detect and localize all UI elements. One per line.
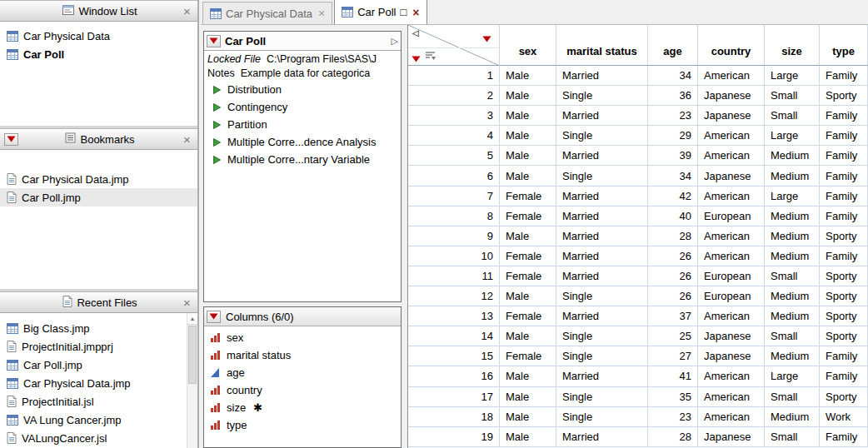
data-cell[interactable]: 27 — [648, 346, 698, 366]
data-cell[interactable]: Small — [765, 387, 820, 407]
row-number-cell[interactable]: 8 — [408, 207, 500, 226]
data-cell[interactable]: Sporty — [820, 86, 868, 106]
data-cell[interactable]: 40 — [648, 207, 698, 226]
data-cell[interactable]: European — [698, 207, 765, 226]
data-cell[interactable]: Male — [500, 286, 556, 306]
data-cell[interactable]: Japanese — [698, 427, 765, 447]
data-cell[interactable]: Male — [500, 86, 556, 106]
data-cell[interactable]: Female — [500, 246, 556, 266]
tab-car-physical-data[interactable]: Car Physical Data× — [202, 2, 332, 24]
data-cell[interactable]: Married — [556, 106, 648, 126]
data-cell[interactable]: Male — [500, 66, 556, 86]
data-cell[interactable]: 35 — [648, 387, 698, 407]
data-cell[interactable]: American — [698, 246, 765, 266]
data-cell[interactable]: Large — [765, 366, 820, 386]
data-cell[interactable]: Medium — [765, 286, 820, 306]
row-number-cell[interactable]: 6 — [408, 166, 500, 186]
recent-file-item[interactable]: VALungCancer.jsl — [0, 429, 187, 447]
row-number-cell[interactable]: 4 — [408, 126, 500, 146]
data-cell[interactable]: Male — [500, 106, 556, 126]
data-cell[interactable]: Medium — [765, 346, 820, 366]
data-cell[interactable]: 26 — [648, 286, 698, 306]
data-cell[interactable]: 37 — [648, 306, 698, 326]
data-cell[interactable]: American — [698, 66, 765, 86]
data-cell[interactable]: Family — [820, 126, 868, 146]
close-icon[interactable]: × — [181, 5, 193, 17]
data-cell[interactable]: Medium — [765, 306, 820, 326]
data-cell[interactable]: American — [698, 306, 765, 326]
row-number-cell[interactable]: 17 — [408, 387, 500, 407]
red-triangle-icon[interactable] — [4, 133, 18, 146]
tab-close-icon[interactable]: × — [412, 6, 419, 19]
bookmark-item[interactable]: Car Poll.jmp — [0, 188, 197, 207]
scroll-up-icon[interactable]: ▲ — [187, 313, 197, 325]
data-cell[interactable]: Sporty — [820, 226, 868, 246]
data-cell[interactable]: Medium — [765, 246, 820, 266]
data-cell[interactable]: American — [698, 366, 765, 386]
data-cell[interactable]: 26 — [648, 266, 698, 286]
data-cell[interactable]: Married — [556, 66, 648, 86]
column-item-type[interactable]: type — [204, 416, 401, 434]
data-cell[interactable]: Married — [556, 226, 648, 246]
data-cell[interactable]: Female — [500, 207, 556, 226]
column-item-age[interactable]: age — [204, 364, 401, 381]
data-cell[interactable]: Sporty — [820, 326, 868, 346]
window-list-item[interactable]: Car Poll — [0, 45, 197, 63]
data-cell[interactable]: Family — [820, 66, 868, 86]
column-item-size[interactable]: size✱ — [204, 399, 401, 416]
column-item-country[interactable]: country — [204, 381, 401, 399]
row-number-cell[interactable]: 7 — [408, 187, 500, 207]
row-number-cell[interactable]: 1 — [408, 66, 500, 86]
table-script-distribution[interactable]: Distribution — [204, 81, 401, 98]
data-cell[interactable]: Female — [500, 306, 556, 326]
grid-corner-cell[interactable]: ◁ — [408, 25, 500, 66]
data-cell[interactable]: Small — [765, 86, 820, 106]
red-triangle-icon[interactable] — [412, 52, 421, 65]
data-cell[interactable]: Female — [500, 266, 556, 286]
data-cell[interactable]: Sporty — [820, 306, 868, 326]
maximize-icon[interactable]: □ — [400, 7, 407, 17]
data-cell[interactable]: Medium — [765, 146, 820, 166]
red-triangle-icon[interactable] — [482, 32, 491, 45]
data-cell[interactable]: Family — [820, 207, 868, 226]
data-cell[interactable]: Japanese — [698, 166, 765, 186]
recent-file-item[interactable]: ProjectInitial.jsl — [0, 392, 187, 411]
data-cell[interactable]: Married — [556, 207, 648, 226]
data-cell[interactable]: Single — [556, 326, 648, 346]
row-number-cell[interactable]: 18 — [408, 407, 500, 427]
row-number-cell[interactable]: 11 — [408, 266, 500, 286]
data-cell[interactable]: 25 — [648, 326, 698, 346]
rows-menu-icon[interactable] — [425, 51, 436, 63]
data-cell[interactable]: Sporty — [820, 266, 868, 286]
data-cell[interactable]: Japanese — [698, 106, 765, 126]
row-number-cell[interactable]: 13 — [408, 306, 500, 326]
table-script-multiple-corre-dence-analysis[interactable]: Multiple Corre...dence Analysis — [204, 133, 401, 151]
table-script-contingency[interactable]: Contingency — [204, 98, 401, 116]
recent-file-item[interactable]: Car Physical Data.jmp — [0, 374, 187, 392]
data-cell[interactable]: 42 — [648, 187, 698, 207]
data-cell[interactable]: Large — [765, 66, 820, 86]
recent-file-item[interactable]: ProjectInitial.jmpprj — [0, 337, 187, 356]
data-cell[interactable]: 23 — [648, 106, 698, 126]
data-cell[interactable]: Family — [820, 106, 868, 126]
data-cell[interactable]: Japanese — [698, 86, 765, 106]
data-cell[interactable]: 29 — [648, 126, 698, 146]
tab-close-icon[interactable]: × — [318, 7, 325, 20]
data-cell[interactable]: Family — [820, 166, 868, 186]
data-cell[interactable]: Married — [556, 146, 648, 166]
data-cell[interactable]: Married — [556, 266, 648, 286]
data-cell[interactable]: Medium — [765, 207, 820, 226]
data-cell[interactable]: Family — [820, 346, 868, 366]
data-cell[interactable]: Family — [820, 187, 868, 207]
row-number-cell[interactable]: 3 — [408, 106, 500, 126]
data-cell[interactable]: 34 — [648, 66, 698, 86]
column-item-sex[interactable]: sex — [204, 329, 401, 346]
data-cell[interactable]: Small — [765, 106, 820, 126]
row-number-cell[interactable]: 19 — [408, 427, 500, 447]
data-cell[interactable]: Work — [820, 407, 868, 427]
data-cell[interactable]: Small — [765, 326, 820, 346]
data-cell[interactable]: Single — [556, 86, 648, 106]
data-cell[interactable]: European — [698, 266, 765, 286]
scrollbar-thumb[interactable] — [188, 326, 197, 384]
column-header-country[interactable]: country — [698, 25, 765, 66]
